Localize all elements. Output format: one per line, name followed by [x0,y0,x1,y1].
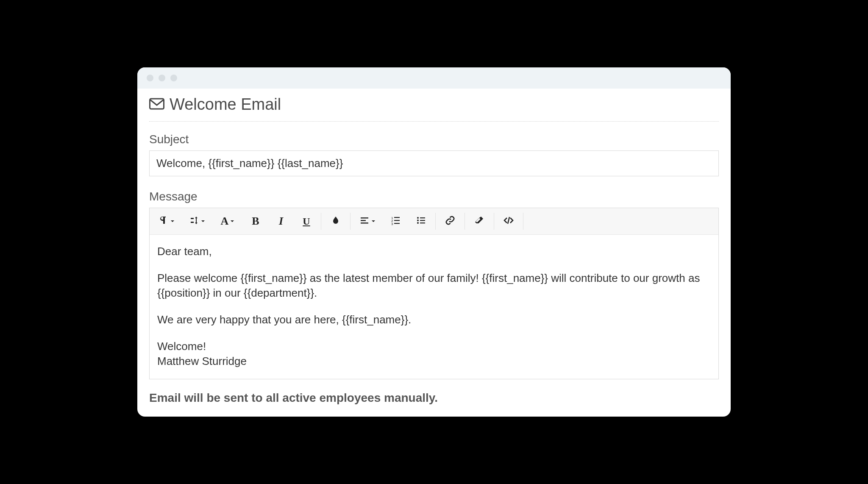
bold-button[interactable]: B [243,211,268,232]
italic-button[interactable]: I [268,211,294,232]
body-line: We are very happy that you are here, {{f… [157,312,711,327]
svg-rect-7 [394,217,400,218]
content-area: Welcome Email Subject Message [137,89,731,417]
insert-link-button[interactable] [437,211,463,232]
svg-text:3: 3 [391,222,393,225]
drop-icon [331,215,341,227]
window-dot-max[interactable] [170,75,177,81]
toolbar-separator [523,213,523,230]
body-line: Please welcome {{first_name}} as the lat… [157,271,711,300]
chevron-down-icon [201,217,205,225]
envelope-icon [149,98,164,111]
subject-field: Subject [149,133,719,176]
toolbar-separator [350,213,351,230]
unordered-list-icon [416,215,426,227]
chevron-down-icon [230,217,234,225]
svg-rect-15 [420,223,425,223]
rich-text-editor: A B I U 123 [149,208,719,379]
svg-point-12 [417,222,419,224]
line-height-button[interactable] [182,211,212,232]
subject-label: Subject [149,133,719,146]
chevron-down-icon [170,217,175,225]
body-line: Welcome! [157,339,711,354]
underline-icon: U [303,216,310,227]
window-dot-close[interactable] [147,75,153,81]
svg-line-16 [508,217,509,224]
unordered-list-button[interactable] [408,211,434,232]
chevron-down-icon [371,217,376,225]
line-height-icon [189,215,199,227]
toolbar-separator [494,213,494,230]
toolbar-separator [321,213,321,230]
svg-rect-0 [150,99,164,109]
svg-rect-2 [361,220,366,221]
code-icon [504,215,514,227]
svg-point-10 [417,217,419,219]
app-window: Welcome Email Subject Message [137,67,731,417]
clear-formatting-button[interactable] [467,211,492,232]
message-label: Message [149,190,719,203]
svg-point-11 [417,220,419,221]
align-button[interactable] [352,211,383,232]
eraser-icon [474,215,484,227]
svg-rect-1 [361,217,368,219]
align-icon [359,215,370,227]
svg-rect-8 [394,220,400,221]
toolbar-separator [435,213,436,230]
italic-icon: I [279,215,283,228]
ordered-list-icon: 123 [390,215,401,227]
font-icon: A [221,215,229,228]
paragraph-format-button[interactable] [151,211,182,232]
svg-rect-13 [420,217,425,218]
svg-rect-3 [361,223,368,224]
message-field: Message A B I [149,190,719,379]
pilcrow-icon [159,215,169,227]
svg-rect-9 [394,223,400,224]
ordered-list-button[interactable]: 123 [383,211,408,232]
editor-toolbar: A B I U 123 [150,208,718,235]
subject-input[interactable] [149,150,719,176]
code-view-button[interactable] [496,211,521,232]
bold-icon: B [252,215,259,228]
underline-button[interactable]: U [294,211,319,232]
link-icon [445,215,455,227]
svg-rect-14 [420,220,425,221]
text-color-button[interactable] [323,211,348,232]
page-title-text: Welcome Email [170,95,281,114]
helper-text: Email will be sent to all active employe… [149,391,719,405]
window-dot-min[interactable] [159,75,165,81]
page-title: Welcome Email [149,93,719,122]
window-titlebar [137,67,731,89]
message-body[interactable]: Dear team, Please welcome {{first_name}}… [150,235,718,379]
font-family-button[interactable]: A [212,211,243,232]
toolbar-separator [465,213,465,230]
body-line: Dear team, [157,244,711,259]
body-line: Matthew Sturridge [157,354,711,369]
